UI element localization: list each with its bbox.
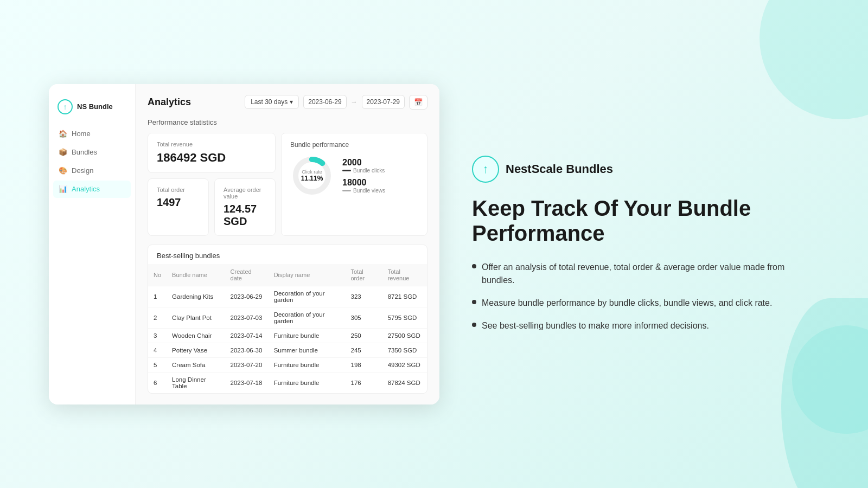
cell-total-order: 176	[345, 372, 382, 393]
cell-total-order: 198	[345, 357, 382, 372]
bullet-item-3: See best-selling bundles to make more in…	[472, 319, 819, 332]
total-revenue-card: Total revenue 186492 SGD	[148, 133, 276, 173]
cell-display-name: Furniture bundle	[269, 328, 346, 343]
brand-row: ↑ NestScale Bundles	[472, 156, 819, 183]
sidebar-item-analytics[interactable]: 📊 Analytics	[53, 181, 131, 198]
cell-bundle-name: Long Dinner Table	[167, 372, 225, 393]
cell-no: 2	[148, 307, 167, 328]
cell-created-date: 2023-07-03	[225, 307, 269, 328]
bundle-views-value: 18000	[342, 178, 385, 188]
cell-total-revenue: 27500 SGD	[382, 328, 427, 343]
bullet-item-1: Offer an analysis of total revenue, tota…	[472, 261, 819, 287]
cell-display-name: Decoration of your garden	[269, 307, 346, 328]
stats-left: Total revenue 186492 SGD Total order 149…	[148, 133, 276, 236]
bullet-text-1: Offer an analysis of total revenue, tota…	[482, 261, 819, 287]
total-revenue-value: 186492 SGD	[157, 151, 266, 165]
cell-display-name: Decoration of your garden	[269, 286, 346, 307]
cell-no: 4	[148, 343, 167, 357]
cell-total-order: 323	[345, 286, 382, 307]
donut-chart: Click rate 11.11%	[290, 154, 334, 197]
cell-total-order: 305	[345, 307, 382, 328]
cell-display-name: Furniture bundle	[269, 372, 346, 393]
cell-no: 6	[148, 372, 167, 393]
app-name: NS Bundle	[77, 102, 113, 111]
performance-section-title: Performance statistics	[148, 118, 427, 126]
sidebar-item-home[interactable]: 🏠 Home	[53, 125, 131, 143]
cell-no: 5	[148, 357, 167, 372]
cell-total-order: 245	[345, 343, 382, 357]
stats-grid: Total revenue 186492 SGD Total order 149…	[148, 133, 427, 236]
cell-bundle-name: Cream Sofa	[167, 357, 225, 372]
date-separator: →	[351, 98, 358, 106]
bullet-item-2: Measure bundle performance by bundle cli…	[472, 297, 819, 310]
analytics-header: Analytics Last 30 days ▾ 2023-06-29 → 20…	[148, 95, 427, 110]
col-no: No	[148, 264, 167, 286]
cell-total-revenue: 5795 SGD	[382, 307, 427, 328]
date-start-input[interactable]: 2023-06-29	[303, 95, 346, 109]
bundle-views-label: Bundle views	[342, 188, 385, 194]
logo-icon: ↑	[58, 99, 73, 114]
best-selling-title: Best-selling bundles	[148, 245, 427, 264]
avg-order-value: 124.57 SGD	[224, 203, 266, 228]
avg-order-card: Average order value 124.57 SGD	[214, 178, 276, 236]
cell-total-revenue: 7350 SGD	[382, 343, 427, 357]
col-bundle-name: Bundle name	[167, 264, 225, 286]
brand-icon: ↑	[472, 156, 499, 183]
bundle-views-dot	[342, 190, 351, 191]
cell-created-date: 2023-07-14	[225, 328, 269, 343]
cell-created-date: 2023-06-30	[225, 343, 269, 357]
cell-bundle-name: Wooden Chair	[167, 328, 225, 343]
table-row: 3 Wooden Chair 2023-07-14 Furniture bund…	[148, 328, 427, 343]
sidebar-item-design[interactable]: 🎨 Design	[53, 162, 131, 179]
donut-center: Click rate 11.11%	[301, 169, 323, 182]
col-total-order: Total order	[345, 264, 382, 286]
app-window: ↑ NS Bundle 🏠 Home 📦 Bundles 🎨 Design 📊	[49, 84, 439, 404]
table-body: 1 Gardening Kits 2023-06-29 Decoration o…	[148, 286, 427, 393]
marketing-panel: ↑ NestScale Bundles Keep Track Of Your B…	[472, 156, 819, 332]
cell-total-revenue: 87824 SGD	[382, 372, 427, 393]
cell-display-name: Furniture bundle	[269, 357, 346, 372]
sidebar-item-label-design: Design	[72, 166, 93, 175]
sidebar-item-label-home: Home	[72, 130, 91, 138]
table-row: 5 Cream Sofa 2023-07-20 Furniture bundle…	[148, 357, 427, 372]
table-header-row: No Bundle name Created date Display name…	[148, 264, 427, 286]
marketing-bullets: Offer an analysis of total revenue, tota…	[472, 261, 819, 332]
date-controls: Last 30 days ▾ 2023-06-29 → 2023-07-29 📅	[245, 95, 427, 110]
table-row: 4 Pottery Vase 2023-06-30 Summer bundle …	[148, 343, 427, 357]
cell-created-date: 2023-06-29	[225, 286, 269, 307]
marketing-heading: Keep Track Of Your Bundle Performance	[472, 196, 819, 246]
table-row: 6 Long Dinner Table 2023-07-18 Furniture…	[148, 372, 427, 393]
page-title: Analytics	[148, 97, 191, 108]
col-display-name: Display name	[269, 264, 346, 286]
cell-bundle-name: Pottery Vase	[167, 343, 225, 357]
sidebar-item-label-analytics: Analytics	[72, 185, 100, 193]
total-order-card: Total order 1497	[148, 178, 209, 236]
total-order-label: Total order	[157, 187, 200, 193]
sidebar-item-bundles[interactable]: 📦 Bundles	[53, 144, 131, 161]
cell-total-revenue: 8721 SGD	[382, 286, 427, 307]
cell-total-revenue: 49302 SGD	[382, 357, 427, 372]
table-row: 1 Gardening Kits 2023-06-29 Decoration o…	[148, 286, 427, 307]
bullet-text-3: See best-selling bundles to make more in…	[482, 319, 709, 332]
sidebar: ↑ NS Bundle 🏠 Home 📦 Bundles 🎨 Design 📊	[49, 84, 136, 404]
date-end-input[interactable]: 2023-07-29	[362, 95, 405, 109]
col-total-revenue: Total revenue	[382, 264, 427, 286]
total-revenue-label: Total revenue	[157, 141, 266, 147]
brand-name: NestScale Bundles	[506, 162, 613, 176]
cell-bundle-name: Clay Plant Pot	[167, 307, 225, 328]
bundle-views-metric: 18000 Bundle views	[342, 178, 385, 194]
home-icon: 🏠	[59, 130, 67, 138]
cell-bundle-name: Gardening Kits	[167, 286, 225, 307]
sidebar-item-label-bundles: Bundles	[72, 148, 97, 156]
bundle-perf-title: Bundle performance	[290, 141, 418, 149]
best-selling-section: Best-selling bundles No Bundle name Crea…	[148, 245, 427, 394]
bundle-clicks-value: 2000	[342, 158, 385, 168]
bundle-clicks-metric: 2000 Bundle clicks	[342, 158, 385, 174]
bullet-dot-3	[472, 323, 476, 327]
click-rate-value: 11.11%	[301, 175, 323, 182]
date-range-button[interactable]: Last 30 days ▾	[245, 95, 299, 109]
col-created-date: Created date	[225, 264, 269, 286]
bundle-clicks-label: Bundle clicks	[342, 168, 385, 174]
calendar-icon[interactable]: 📅	[409, 95, 427, 110]
cell-created-date: 2023-07-20	[225, 357, 269, 372]
